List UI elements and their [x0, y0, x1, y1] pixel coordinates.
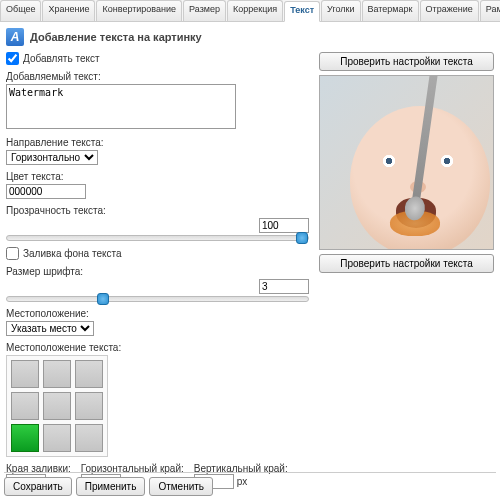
text-icon: A: [6, 28, 24, 46]
preview-image: [319, 75, 494, 250]
bg-fill-checkbox[interactable]: [6, 247, 19, 260]
direction-select[interactable]: Горизонтально: [6, 150, 98, 165]
color-input[interactable]: [6, 184, 86, 199]
fontsize-label: Размер шрифта:: [6, 266, 309, 277]
opacity-slider[interactable]: [6, 235, 309, 241]
pos-tr[interactable]: [75, 360, 103, 388]
footer: Сохранить Применить Отменить: [4, 472, 496, 496]
tab-corners[interactable]: Уголки: [321, 0, 360, 21]
pos-br[interactable]: [75, 424, 103, 452]
pos-tl[interactable]: [11, 360, 39, 388]
tab-bar: Общее Хранение Конвертирование Размер Ко…: [0, 0, 500, 22]
save-button[interactable]: Сохранить: [4, 477, 72, 496]
position-grid: [6, 355, 108, 457]
fontsize-slider[interactable]: [6, 296, 309, 302]
color-label: Цвет текста:: [6, 171, 309, 182]
position-select[interactable]: Указать место: [6, 321, 94, 336]
pos-mc[interactable]: [43, 392, 71, 420]
add-text-checkbox[interactable]: [6, 52, 19, 65]
tab-correction[interactable]: Коррекция: [227, 0, 283, 21]
position-label: Местоположение:: [6, 308, 309, 319]
preview-btn-top[interactable]: Проверить настройки текста: [319, 52, 494, 71]
text-label: Добавляемый текст:: [6, 71, 309, 82]
apply-button[interactable]: Применить: [76, 477, 146, 496]
tab-frames[interactable]: Рамки: [480, 0, 500, 21]
pos-bc[interactable]: [43, 424, 71, 452]
text-input[interactable]: Watermark: [6, 84, 236, 129]
direction-label: Направление текста:: [6, 137, 309, 148]
add-text-label: Добавлять текст: [23, 53, 100, 64]
pos-bl[interactable]: [11, 424, 39, 452]
tab-watermark[interactable]: Ватермарк: [362, 0, 419, 21]
fontsize-value[interactable]: [259, 279, 309, 294]
section-title: Добавление текста на картинку: [30, 31, 202, 43]
opacity-value[interactable]: [259, 218, 309, 233]
tab-storage[interactable]: Хранение: [42, 0, 95, 21]
opacity-label: Прозрачность текста:: [6, 205, 309, 216]
pos-mr[interactable]: [75, 392, 103, 420]
cancel-button[interactable]: Отменить: [149, 477, 213, 496]
posgrid-label: Местоположение текста:: [6, 342, 309, 353]
tab-general[interactable]: Общее: [0, 0, 41, 21]
preview-btn-bottom[interactable]: Проверить настройки текста: [319, 254, 494, 273]
tab-convert[interactable]: Конвертирование: [96, 0, 182, 21]
tab-reflection[interactable]: Отражение: [420, 0, 479, 21]
pos-ml[interactable]: [11, 392, 39, 420]
pos-tc[interactable]: [43, 360, 71, 388]
tab-text[interactable]: Текст: [284, 1, 320, 22]
tab-size[interactable]: Размер: [183, 0, 226, 21]
bg-fill-label: Заливка фона текста: [23, 248, 121, 259]
